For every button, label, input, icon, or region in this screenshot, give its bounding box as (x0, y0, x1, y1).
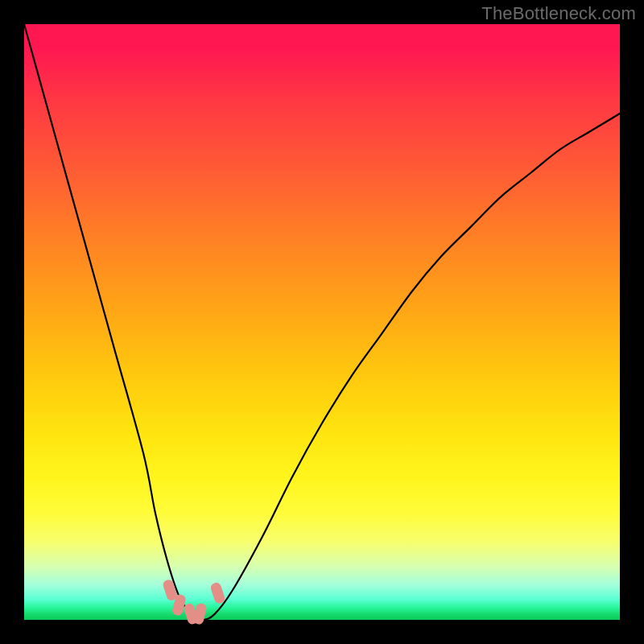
measured-point (209, 581, 225, 605)
measured-points-group (162, 579, 226, 625)
watermark-text: TheBottleneck.com (481, 3, 636, 24)
bottleneck-curve (24, 24, 620, 620)
plot-area (24, 24, 620, 620)
chart-svg (24, 24, 620, 620)
chart-frame: TheBottleneck.com (0, 0, 644, 644)
measured-point (192, 602, 208, 625)
